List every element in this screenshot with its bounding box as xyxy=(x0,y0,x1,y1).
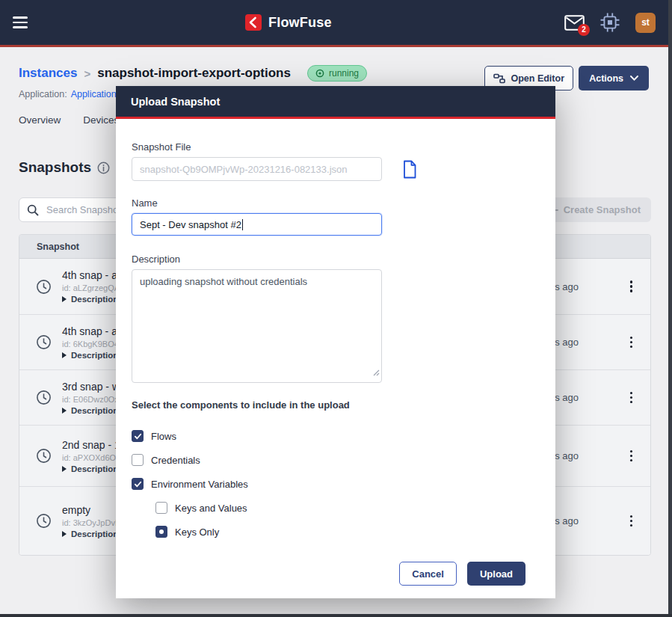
editor-flow-icon xyxy=(493,73,505,84)
user-avatar[interactable]: st xyxy=(635,13,656,33)
snapshot-file-input[interactable] xyxy=(132,157,382,181)
radio-keys-and-values[interactable]: Keys and Values xyxy=(155,496,540,520)
instance-tabs: Overview Devices xyxy=(19,114,119,126)
actions-dropdown-button[interactable]: Actions xyxy=(579,66,649,90)
snapshot-id: id: aLZgrzegQA xyxy=(62,283,120,292)
window-edge-right xyxy=(668,0,672,617)
kebab-menu-icon[interactable] xyxy=(627,389,636,407)
breadcrumb-current: snapshot-import-export-options xyxy=(97,66,291,81)
triangle-icon xyxy=(62,531,67,537)
keys-and-values-radio[interactable] xyxy=(155,502,167,514)
create-snapshot-button[interactable]: Create Snapshot xyxy=(539,197,651,222)
description-wrap: uploading snapshot without credentials xyxy=(132,269,382,383)
brand-logo[interactable]: FlowFuse xyxy=(245,0,332,45)
keys-only-radio[interactable] xyxy=(155,526,167,538)
triangle-icon xyxy=(62,352,67,358)
column-header-snapshot: Snapshot xyxy=(37,242,79,252)
search-icon xyxy=(27,204,39,216)
window-edge-bottom xyxy=(0,614,672,617)
name-label: Name xyxy=(132,197,540,209)
kebab-menu-icon[interactable] xyxy=(627,447,636,465)
clock-icon xyxy=(36,334,52,350)
page-title: Snapshots xyxy=(19,159,110,176)
checkbox-label: Credentials xyxy=(151,455,200,466)
chevron-down-icon xyxy=(630,76,638,81)
upload-button[interactable]: Upload xyxy=(467,562,525,586)
tab-overview[interactable]: Overview xyxy=(19,114,61,126)
upload-snapshot-modal: Upload Snapshot Snapshot File Name Sept … xyxy=(116,86,555,598)
file-document-icon[interactable] xyxy=(402,160,417,179)
top-navbar: FlowFuse 2 st xyxy=(0,0,672,45)
checkbox-flows[interactable]: Flows xyxy=(132,424,540,448)
clock-icon xyxy=(36,513,52,529)
clock-icon xyxy=(36,448,52,464)
snapshot-title: 4th snap - a xyxy=(62,269,120,281)
resize-handle-icon[interactable] xyxy=(373,366,380,379)
radio-label: Keys Only xyxy=(175,527,219,538)
snapshot-title: 4th snap - a xyxy=(62,325,123,337)
application-link[interactable]: Application xyxy=(71,89,117,99)
description-toggle[interactable]: Description xyxy=(62,295,120,304)
tab-devices[interactable]: Devices xyxy=(83,114,119,126)
environment-variables-checkbox[interactable] xyxy=(132,478,144,490)
triangle-icon xyxy=(62,296,67,302)
snapshot-meta: empty id: 3kzOyJpDvM Description xyxy=(62,504,122,538)
application-row: Application: Application xyxy=(19,89,117,99)
flows-checkbox[interactable] xyxy=(132,430,144,442)
clock-icon xyxy=(36,390,52,405)
navbar-actions: 2 st xyxy=(564,0,656,45)
snapshot-title: 3rd snap - w xyxy=(62,381,123,393)
modal-title: Upload Snapshot xyxy=(131,96,220,108)
radio-label: Keys and Values xyxy=(175,503,247,514)
description-toggle[interactable]: Description xyxy=(62,529,122,538)
checkbox-label: Flows xyxy=(151,431,176,442)
triangle-icon xyxy=(62,408,67,414)
notification-count-badge: 2 xyxy=(578,24,590,36)
kebab-menu-icon[interactable] xyxy=(627,334,636,352)
modal-footer: Cancel Upload xyxy=(132,562,540,598)
kebab-menu-icon[interactable] xyxy=(627,277,636,295)
cancel-button[interactable]: Cancel xyxy=(399,562,457,586)
snapshot-file-row xyxy=(132,157,540,181)
application-label: Application: xyxy=(19,89,67,99)
description-label: Description xyxy=(132,254,540,265)
modal-body: Snapshot File Name Sept - Dev snapshot #… xyxy=(116,119,555,598)
snapshot-file-label: Snapshot File xyxy=(132,141,540,153)
navbar-accent-divider xyxy=(0,45,672,47)
triangle-icon xyxy=(62,466,67,472)
modal-header: Upload Snapshot xyxy=(116,86,555,119)
clock-icon xyxy=(36,279,52,295)
name-input[interactable]: Sept - Dev snapshot #2 xyxy=(132,213,382,236)
snapshot-id: id: 3kzOyJpDvM xyxy=(62,518,122,527)
hamburger-menu-icon[interactable] xyxy=(13,14,29,31)
brand-name: FlowFuse xyxy=(268,15,332,31)
radio-keys-only[interactable]: Keys Only xyxy=(155,520,540,544)
info-icon[interactable] xyxy=(97,162,110,174)
description-toggle[interactable]: Description xyxy=(62,351,123,360)
snapshot-id: id: 6KbgK9BO4a xyxy=(62,340,123,349)
snapshot-meta: 4th snap - a id: 6KbgK9BO4a Description xyxy=(62,325,123,360)
components-label: Select the components to include in the … xyxy=(132,399,540,411)
breadcrumb: Instances > snapshot-import-export-optio… xyxy=(19,65,367,82)
running-status-icon xyxy=(315,69,324,78)
description-textarea[interactable]: uploading snapshot without credentials xyxy=(132,269,382,383)
snapshot-id: id: E06Dwz0Oxp xyxy=(62,395,123,404)
credentials-checkbox[interactable] xyxy=(132,454,144,466)
snapshot-meta: 4th snap - a id: aLZgrzegQA Description xyxy=(62,269,120,304)
admin-chip-icon[interactable] xyxy=(600,13,620,32)
checkbox-credentials[interactable]: Credentials xyxy=(132,448,540,472)
flowfuse-logo-icon xyxy=(245,14,262,31)
breadcrumb-separator: > xyxy=(84,67,90,80)
notifications-button[interactable]: 2 xyxy=(564,15,585,31)
snapshot-title: empty xyxy=(62,504,122,516)
text-caret xyxy=(242,219,243,230)
description-toggle[interactable]: Description xyxy=(62,406,123,415)
checkbox-label: Environment Variables xyxy=(151,479,248,490)
checkbox-environment-variables[interactable]: Environment Variables xyxy=(132,472,540,496)
snapshot-meta: 3rd snap - w id: E06Dwz0Oxp Description xyxy=(62,381,123,415)
kebab-menu-icon[interactable] xyxy=(627,512,636,530)
breadcrumb-instances-link[interactable]: Instances xyxy=(19,66,77,81)
components-list: Flows Credentials Environment Variables xyxy=(132,424,540,544)
status-badge: running xyxy=(307,65,367,82)
